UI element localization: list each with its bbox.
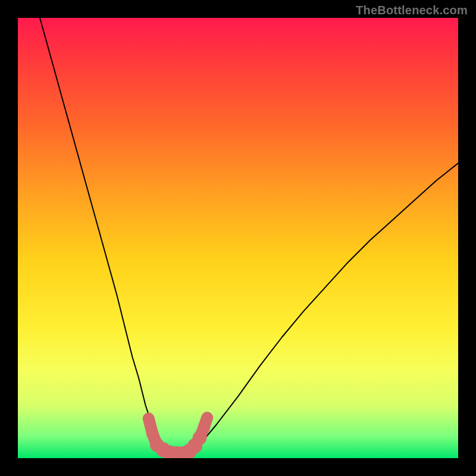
plot-area [18, 18, 458, 458]
chart-frame: TheBottleneck.com [0, 0, 476, 476]
curve-layer [18, 18, 458, 458]
watermark-text: TheBottleneck.com [356, 4, 468, 17]
series-bottleneck-curve [40, 18, 458, 454]
highlight-dot [144, 414, 153, 423]
highlight-dot [202, 413, 212, 422]
highlight-dot [198, 422, 210, 434]
